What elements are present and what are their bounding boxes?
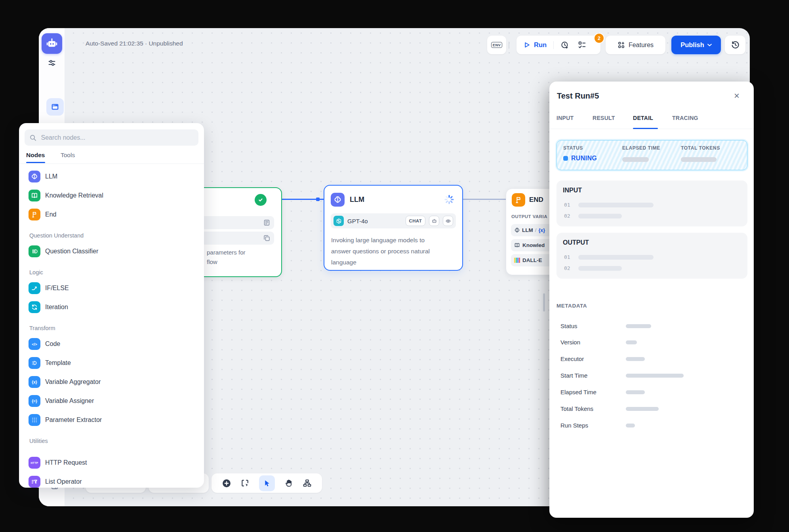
- edge-llm-to-end: [461, 199, 506, 200]
- row-index: 01: [564, 202, 570, 208]
- node-item-iteration[interactable]: Iteration: [29, 301, 198, 313]
- copy-icon: [263, 234, 271, 242]
- elapsed-label: ELAPSED TIME: [622, 145, 660, 151]
- meta-label-version: Version: [560, 339, 580, 346]
- publish-button[interactable]: Publish: [671, 36, 721, 54]
- status-label: STATUS: [563, 145, 583, 151]
- meta-value-placeholder: [626, 324, 651, 328]
- brain-small-icon: [514, 227, 520, 233]
- history-icon: [731, 40, 740, 49]
- hand-mode-button[interactable]: [284, 479, 293, 488]
- node-item-variable-aggregator[interactable]: {x} Variable Aggregator: [29, 376, 198, 388]
- search-input[interactable]: [40, 134, 194, 142]
- http-icon: HTTP: [29, 457, 40, 469]
- start-node-description-line1: parameters for: [207, 249, 246, 256]
- section-transform: Transform: [29, 325, 55, 332]
- notification-badge: 2: [594, 33, 604, 44]
- add-note-button[interactable]: [240, 479, 250, 488]
- template-icon: [29, 357, 40, 369]
- row-index: 02: [564, 265, 570, 271]
- node-search-field[interactable]: [25, 129, 198, 146]
- vision-robot-badge: [429, 216, 439, 226]
- run-play-icon: [524, 42, 530, 48]
- pointer-mode-button[interactable]: [259, 475, 275, 491]
- output-placeholder-2: [578, 266, 622, 271]
- node-item-template[interactable]: Template: [29, 357, 198, 369]
- run-button[interactable]: Run: [534, 41, 547, 49]
- node-panel-toggle-window-icon[interactable]: [46, 98, 64, 116]
- edge-handle: [316, 198, 320, 201]
- screenshot-stage: Auto-Saved 21:02:35 · Unpublished ENV Ru…: [0, 0, 789, 532]
- node-item-parameter-extractor[interactable]: Parameter Extractor: [29, 414, 198, 426]
- input-placeholder-1: [578, 203, 654, 207]
- success-check-icon: [255, 194, 267, 206]
- node-item-if-else[interactable]: IF/ELSE: [29, 282, 198, 294]
- close-icon[interactable]: ×: [734, 91, 739, 101]
- input-card: INPUT 01 02: [556, 180, 747, 226]
- filter-icon: [29, 476, 40, 488]
- node-item-http-request[interactable]: HTTP HTTP Request: [29, 457, 198, 469]
- node-item-knowledge-retrieval[interactable]: Knowledge Retrieval: [29, 190, 198, 201]
- topbar-divider: [509, 42, 509, 49]
- end-node-title: END: [529, 196, 543, 204]
- metadata-title: METADATA: [556, 303, 587, 309]
- tab-tracing[interactable]: TRACING: [672, 115, 698, 121]
- meta-value-placeholder: [626, 390, 645, 394]
- classifier-icon: [29, 245, 40, 257]
- run-history-clock-icon[interactable]: [560, 41, 569, 49]
- output-card-title: OUTPUT: [563, 239, 589, 246]
- node-search-panel: Nodes Tools LLM Knowledge Retrieval End …: [19, 123, 204, 488]
- tab-input[interactable]: INPUT: [556, 115, 574, 121]
- tab-nodes[interactable]: Nodes: [26, 152, 45, 159]
- node-item-llm[interactable]: LLM: [29, 171, 198, 182]
- meta-label-total-tokens: Total Tokens: [560, 405, 593, 412]
- node-item-code[interactable]: </> Code: [29, 338, 198, 350]
- llm-node-description: Invoking large language models to answer…: [331, 235, 450, 268]
- tokens-placeholder: [681, 157, 717, 162]
- llm-node[interactable]: LLM GPT-4o CHAT: [324, 185, 463, 271]
- section-utilities: Utilities: [29, 438, 48, 445]
- features-button[interactable]: Features: [606, 36, 665, 54]
- tabs-divider: [19, 163, 204, 164]
- node-item-list-operator[interactable]: List Operator: [29, 476, 198, 488]
- tab-detail[interactable]: DETAIL: [633, 115, 653, 121]
- tokens-label: TOTAL TOKENS: [681, 145, 720, 151]
- autosave-status: Auto-Saved 21:02:35 · Unpublished: [86, 40, 183, 47]
- search-icon: [29, 134, 36, 142]
- add-node-button[interactable]: [222, 479, 231, 488]
- cursor-icon: [263, 479, 271, 487]
- env-button[interactable]: ENV: [487, 36, 506, 54]
- section-logic: Logic: [29, 269, 43, 276]
- node-item-variable-assigner[interactable]: {=} Variable Assigner: [29, 395, 198, 407]
- auto-layout-button[interactable]: [303, 479, 312, 488]
- meta-label-start-time: Start Time: [560, 372, 587, 379]
- meta-label-executor: Executor: [560, 355, 584, 362]
- node-item-question-classifier[interactable]: Question Classifier: [29, 245, 198, 257]
- meta-label-status: Status: [560, 323, 577, 329]
- tab-result[interactable]: RESULT: [593, 115, 615, 121]
- checklist-icon[interactable]: [577, 40, 587, 49]
- book-small-icon: [514, 242, 520, 248]
- brain-icon: [29, 171, 40, 182]
- loop-icon: [29, 301, 40, 313]
- status-value-row: RUNING: [563, 155, 597, 162]
- variable-chip: {x}: [538, 228, 545, 233]
- tab-tools[interactable]: Tools: [61, 152, 75, 159]
- llm-model-row[interactable]: GPT-4o CHAT: [331, 213, 456, 228]
- panel-resize-handle[interactable]: [543, 293, 545, 312]
- output-placeholder-1: [578, 255, 654, 260]
- section-question-understand: Question Understand: [29, 232, 84, 239]
- row-index: 02: [564, 213, 570, 219]
- app-avatar-robot-icon[interactable]: [42, 33, 62, 54]
- canvas-toolbar: [212, 473, 322, 493]
- llm-node-title: LLM: [350, 196, 364, 204]
- version-history-button[interactable]: [725, 36, 745, 54]
- meta-value-placeholder: [626, 424, 635, 428]
- code-icon: </>: [29, 338, 40, 350]
- node-item-end[interactable]: End: [29, 209, 198, 220]
- input-placeholder-2: [578, 214, 622, 218]
- running-spinner-icon: [444, 194, 454, 206]
- dalle-icon: [514, 258, 520, 263]
- panel-title: Test Run#5: [557, 91, 599, 101]
- preferences-sliders-icon[interactable]: [47, 58, 57, 68]
